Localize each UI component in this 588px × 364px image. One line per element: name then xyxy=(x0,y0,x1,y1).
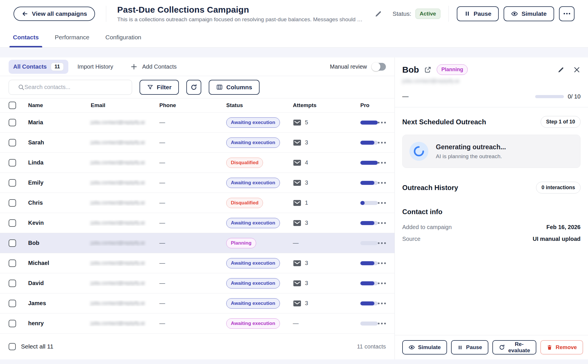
table-row[interactable]: Maria julia.contact@replyify.ai — Awaiti… xyxy=(0,113,394,133)
search-wrap xyxy=(9,80,132,95)
row-checkbox[interactable] xyxy=(9,320,16,327)
all-contacts-filter[interactable]: All Contacts 11 xyxy=(9,60,68,74)
simulate-contact-button[interactable]: Simulate xyxy=(402,340,447,355)
eye-icon xyxy=(511,10,518,17)
mail-icon xyxy=(293,179,301,186)
row-menu-button[interactable] xyxy=(378,281,386,286)
ellipsis-icon xyxy=(564,13,565,14)
select-all-control[interactable]: Select all 11 xyxy=(9,343,53,350)
contacts-subtabs: All Contacts 11 Import History Add Conta… xyxy=(0,57,394,76)
table-row[interactable]: Emily julia.contact@replyify.ai — Awaiti… xyxy=(0,173,394,193)
row-phone: — xyxy=(151,280,218,286)
column-header-phone: Phone xyxy=(151,102,218,109)
table-row[interactable]: Bob julia.contact@replyify.ai — Planning… xyxy=(0,233,394,253)
table-row[interactable]: James julia.contact@replyify.ai — Awaiti… xyxy=(0,293,394,313)
arrow-left-icon xyxy=(22,10,28,17)
select-all-footer-checkbox[interactable] xyxy=(9,343,16,350)
row-checkbox[interactable] xyxy=(9,139,16,146)
row-menu-button[interactable] xyxy=(378,120,386,125)
contact-status-badge: Planning xyxy=(437,64,468,75)
row-checkbox[interactable] xyxy=(9,260,16,267)
status-badge: Active xyxy=(415,9,440,19)
row-menu-button[interactable] xyxy=(378,261,386,266)
edit-campaign-icon[interactable] xyxy=(375,10,382,18)
row-checkbox[interactable] xyxy=(9,280,16,287)
pause-campaign-button[interactable]: Pause xyxy=(457,6,499,21)
import-history-tab[interactable]: Import History xyxy=(78,63,113,70)
row-menu-button[interactable] xyxy=(378,140,386,145)
row-menu-button[interactable] xyxy=(378,200,386,206)
table-row[interactable]: Chris julia.contact@replyify.ai — Disqua… xyxy=(0,193,394,213)
row-progress xyxy=(352,261,394,266)
row-checkbox[interactable] xyxy=(9,159,16,166)
row-checkbox[interactable] xyxy=(9,119,16,126)
edit-contact-icon[interactable] xyxy=(558,66,564,73)
row-progress xyxy=(352,180,394,185)
reevaluate-button[interactable]: Re-evaluate xyxy=(492,340,536,355)
row-email-blurred: julia.contact@replyify.ai xyxy=(91,180,145,185)
manual-review-toggle[interactable] xyxy=(372,63,386,71)
tab-performance[interactable]: Performance xyxy=(54,27,90,47)
generating-title: Generating outreach... xyxy=(436,143,506,151)
detail-progress-bar xyxy=(535,95,564,98)
row-email-blurred: julia.contact@replyify.ai xyxy=(91,260,145,266)
add-contacts-button[interactable]: Add Contacts xyxy=(130,63,177,70)
row-attempts: 3 xyxy=(284,300,352,307)
row-checkbox[interactable] xyxy=(9,300,16,307)
view-all-campaigns-button[interactable]: View all campaigns xyxy=(13,7,95,21)
column-header-attempts: Attempts xyxy=(284,102,352,109)
more-actions-button[interactable] xyxy=(559,6,575,21)
close-panel-icon[interactable] xyxy=(573,66,581,73)
row-checkbox[interactable] xyxy=(9,179,16,187)
row-menu-button[interactable] xyxy=(378,321,386,326)
detail-dash: — xyxy=(402,93,409,100)
table-row[interactable]: Sarah julia.contact@replyify.ai — Awaiti… xyxy=(0,133,394,153)
row-checkbox[interactable] xyxy=(9,199,16,207)
table-row[interactable]: David julia.contact@replyify.ai — Awaiti… xyxy=(0,273,394,293)
row-email-blurred: julia.contact@replyify.ai xyxy=(91,240,145,246)
row-progress xyxy=(352,200,394,206)
simulate-campaign-button[interactable]: Simulate xyxy=(504,6,554,21)
row-menu-button[interactable] xyxy=(378,220,386,226)
row-phone: — xyxy=(151,240,218,246)
row-name: Bob xyxy=(20,240,82,246)
row-status-badge: Awaiting execution xyxy=(226,178,280,188)
row-menu-button[interactable] xyxy=(378,241,386,246)
table-row[interactable]: henry julia.contact@replyify.ai — Awaiti… xyxy=(0,313,394,334)
external-link-icon[interactable] xyxy=(424,66,432,73)
select-all-checkbox[interactable] xyxy=(9,102,16,109)
content-area: All Contacts 11 Import History Add Conta… xyxy=(0,48,588,364)
row-attempts: — xyxy=(284,320,352,327)
trash-icon xyxy=(547,344,552,350)
columns-button[interactable]: Columns xyxy=(209,80,260,95)
detail-body: Next Scheduled Outreach Step 1 of 10 Gen… xyxy=(395,107,588,335)
row-attempts: 3 xyxy=(284,260,352,267)
mail-icon xyxy=(293,260,301,267)
pause-contact-button[interactable]: Pause xyxy=(451,340,488,355)
refresh-icon xyxy=(190,84,197,91)
remove-contact-button[interactable]: Remove xyxy=(540,340,583,355)
filter-button[interactable]: Filter xyxy=(140,80,179,95)
next-outreach-title: Next Scheduled Outreach xyxy=(402,118,486,126)
tab-configuration[interactable]: Configuration xyxy=(105,27,142,47)
mail-icon xyxy=(293,159,301,166)
column-header-status: Status xyxy=(218,102,284,109)
search-input[interactable] xyxy=(9,80,132,95)
table-row[interactable]: Michael julia.contact@replyify.ai — Awai… xyxy=(0,253,394,273)
table-row[interactable]: Linda julia.contact@replyify.ai — Disqua… xyxy=(0,153,394,173)
row-menu-button[interactable] xyxy=(378,301,386,306)
refresh-button[interactable] xyxy=(186,80,201,95)
table-row[interactable]: Kevin julia.contact@replyify.ai — Awaiti… xyxy=(0,213,394,233)
row-name: Emily xyxy=(20,179,82,186)
header-actions: Status: Active Pause Simulate xyxy=(375,6,575,22)
row-menu-button[interactable] xyxy=(378,180,386,185)
row-checkbox[interactable] xyxy=(9,239,16,247)
pause-icon xyxy=(457,345,463,350)
tab-contacts[interactable]: Contacts xyxy=(12,27,39,47)
row-menu-button[interactable] xyxy=(378,160,386,165)
pause-icon xyxy=(464,11,470,17)
row-checkbox[interactable] xyxy=(9,219,16,227)
row-name: Linda xyxy=(20,159,82,166)
main-tabbar: Contacts Performance Configuration xyxy=(0,27,588,48)
table-header: Name Email Phone Status Attempts Pro xyxy=(0,98,394,113)
